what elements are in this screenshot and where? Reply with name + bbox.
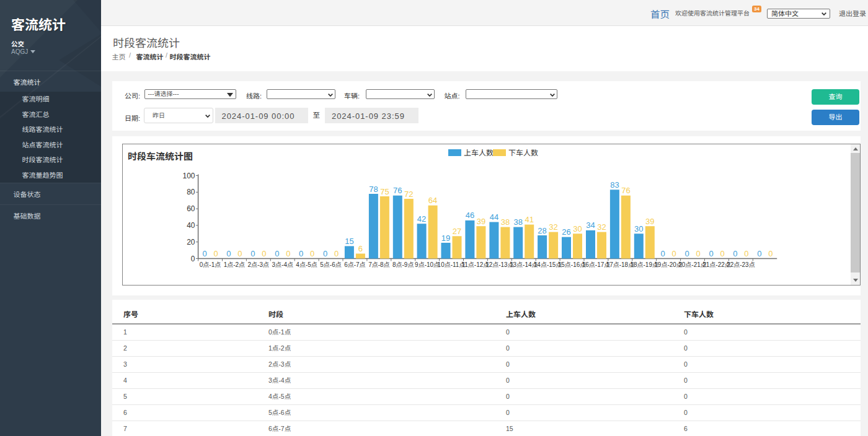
svg-text:39: 39 [645,217,654,226]
svg-text:0: 0 [323,249,327,258]
svg-text:8点-9点: 8点-9点 [392,261,414,268]
svg-text:42: 42 [417,214,426,224]
svg-text:20: 20 [187,238,195,246]
svg-text:0: 0 [286,249,290,258]
svg-text:9点-10点: 9点-10点 [415,261,440,268]
svg-text:38: 38 [514,217,523,227]
svg-text:26: 26 [562,227,570,237]
svg-text:60: 60 [187,204,195,213]
svg-text:0: 0 [660,249,665,258]
svg-text:0: 0 [720,249,724,258]
svg-text:0: 0 [709,249,713,258]
svg-text:0: 0 [299,249,303,258]
svg-text:3点-4点: 3点-4点 [272,261,293,268]
svg-text:19: 19 [441,233,450,243]
svg-text:39: 39 [477,217,485,226]
svg-text:80: 80 [187,188,195,196]
svg-text:75: 75 [380,187,389,196]
svg-text:6点-7点: 6点-7点 [344,261,365,268]
svg-text:32: 32 [597,222,606,232]
svg-text:76: 76 [393,186,402,195]
svg-text:0: 0 [191,255,195,263]
svg-text:0: 0 [684,249,689,258]
svg-text:0: 0 [696,249,700,258]
svg-text:6: 6 [358,244,363,253]
svg-text:2点-3点: 2点-3点 [248,261,269,268]
svg-text:5点-6点: 5点-6点 [320,261,341,268]
svg-text:72: 72 [404,190,413,199]
svg-text:0点-1点: 0点-1点 [200,261,221,268]
svg-text:1点-2点: 1点-2点 [224,261,245,268]
svg-text:46: 46 [466,211,474,220]
svg-text:0: 0 [744,249,748,258]
svg-text:0: 0 [334,249,339,258]
svg-text:0: 0 [310,249,314,258]
svg-text:15: 15 [345,237,353,246]
svg-text:0: 0 [237,249,242,258]
svg-text:0: 0 [262,249,266,258]
svg-text:0: 0 [275,249,279,258]
svg-text:76: 76 [621,186,630,195]
svg-text:0: 0 [250,249,255,258]
svg-text:22点-23点: 22点-23点 [727,261,755,268]
svg-text:4点-5点: 4点-5点 [296,261,317,268]
svg-text:0: 0 [202,249,206,258]
svg-text:0: 0 [757,249,761,258]
svg-text:40: 40 [187,221,195,230]
svg-text:32: 32 [549,222,557,232]
svg-text:30: 30 [634,224,643,233]
svg-text:30: 30 [573,224,582,233]
svg-text:0: 0 [768,249,773,258]
svg-text:38: 38 [501,217,510,227]
svg-text:83: 83 [610,180,619,190]
svg-text:0: 0 [213,249,218,258]
svg-text:0: 0 [671,249,676,258]
svg-text:34: 34 [586,220,595,230]
svg-text:27: 27 [453,227,461,236]
svg-text:44: 44 [490,212,498,222]
svg-text:41: 41 [525,215,534,224]
svg-text:78: 78 [369,185,378,194]
svg-text:28: 28 [538,226,546,235]
svg-text:7点-8点: 7点-8点 [368,261,389,268]
svg-text:0: 0 [226,249,231,258]
svg-text:0: 0 [733,249,737,258]
svg-text:100: 100 [182,172,195,180]
svg-text:64: 64 [428,196,437,205]
